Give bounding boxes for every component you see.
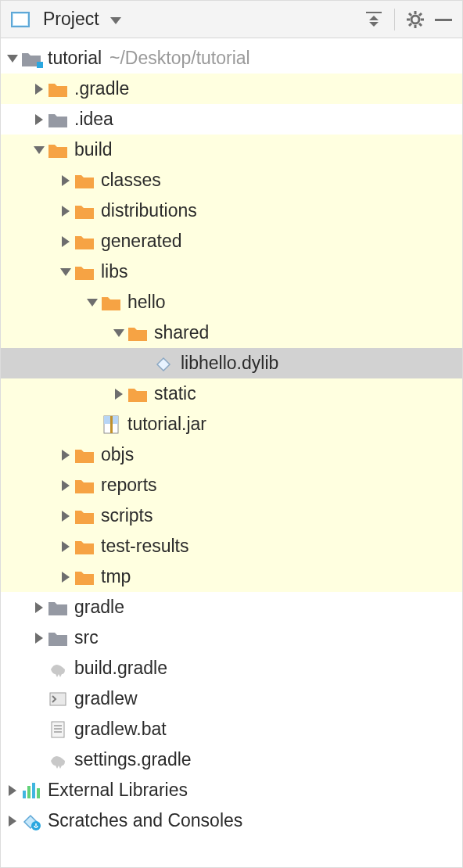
tree-node-static[interactable]: static bbox=[1, 378, 462, 409]
collapse-all-button[interactable] bbox=[363, 9, 385, 30]
view-selector[interactable]: Project bbox=[9, 9, 121, 30]
folder-icon bbox=[73, 446, 96, 464]
gradle-icon bbox=[46, 750, 70, 770]
view-selector-label: Project bbox=[43, 9, 99, 30]
folder-icon bbox=[46, 110, 70, 129]
text-file-icon bbox=[46, 719, 70, 740]
node-label: libs bbox=[101, 261, 128, 282]
node-label: tmp bbox=[101, 566, 131, 587]
node-label: External Libraries bbox=[48, 780, 188, 801]
node-label: build bbox=[74, 139, 113, 160]
tree-node-test-results[interactable]: test-results bbox=[1, 531, 462, 561]
folder-icon bbox=[126, 385, 149, 404]
hide-button[interactable] bbox=[432, 9, 454, 30]
node-label: generated bbox=[101, 231, 182, 252]
expand-icon[interactable] bbox=[59, 175, 73, 186]
tree-node-gradlew[interactable]: gradlew bbox=[1, 683, 462, 714]
expand-icon[interactable] bbox=[32, 602, 46, 613]
tree-node-shared[interactable]: shared bbox=[1, 317, 462, 348]
tree-node-tutorial[interactable]: tutorial ~/Desktop/tutorial bbox=[1, 43, 462, 74]
archive-icon bbox=[99, 414, 123, 435]
binary-icon bbox=[153, 353, 176, 374]
settings-button[interactable] bbox=[404, 9, 426, 30]
node-label: gradle bbox=[74, 597, 124, 618]
expand-icon[interactable] bbox=[5, 55, 20, 63]
node-label: build.gradle bbox=[74, 658, 167, 679]
tree-node-generated[interactable]: generated bbox=[1, 226, 462, 256]
tree-node-scratches[interactable]: Scratches and Consoles bbox=[1, 805, 462, 836]
folder-icon bbox=[99, 293, 123, 312]
expand-icon[interactable] bbox=[85, 299, 99, 307]
node-label: reports bbox=[101, 475, 157, 496]
node-label: .idea bbox=[74, 109, 113, 130]
tree-node-objs[interactable]: objs bbox=[1, 439, 462, 470]
node-label: tutorial.jar bbox=[127, 414, 206, 435]
scratches-icon bbox=[20, 811, 43, 831]
expand-icon[interactable] bbox=[112, 389, 126, 400]
tree-node-libhello-dylib[interactable]: libhello.dylib bbox=[1, 348, 462, 378]
tree-node-hello[interactable]: hello bbox=[1, 287, 462, 317]
expand-icon[interactable] bbox=[59, 480, 73, 491]
libraries-icon bbox=[20, 781, 43, 800]
folder-icon bbox=[73, 171, 96, 190]
node-label: distributions bbox=[101, 200, 197, 221]
tree-node-external-libraries[interactable]: External Libraries bbox=[1, 775, 462, 805]
shell-icon bbox=[46, 689, 70, 709]
expand-icon[interactable] bbox=[59, 236, 73, 247]
tree-node-settings-gradle[interactable]: settings.gradle bbox=[1, 744, 462, 775]
tree-node-distributions[interactable]: distributions bbox=[1, 195, 462, 226]
node-label: gradlew bbox=[74, 688, 138, 709]
tree-node-classes[interactable]: classes bbox=[1, 165, 462, 195]
tree-node-tmp[interactable]: tmp bbox=[1, 561, 462, 592]
expand-icon[interactable] bbox=[59, 572, 73, 583]
folder-icon bbox=[73, 263, 96, 282]
node-label: Scratches and Consoles bbox=[48, 810, 242, 831]
tree-node-dot-gradle[interactable]: .gradle bbox=[1, 74, 462, 104]
tree-node-src[interactable]: src bbox=[1, 622, 462, 653]
expand-icon[interactable] bbox=[32, 146, 46, 154]
node-label: settings.gradle bbox=[74, 749, 192, 770]
expand-icon[interactable] bbox=[32, 84, 46, 95]
node-label: shared bbox=[154, 322, 209, 343]
expand-icon[interactable] bbox=[59, 450, 73, 461]
node-label: scripts bbox=[101, 505, 153, 526]
folder-icon bbox=[46, 80, 70, 99]
tree-node-reports[interactable]: reports bbox=[1, 470, 462, 500]
node-label: gradlew.bat bbox=[74, 719, 167, 740]
folder-icon bbox=[73, 202, 96, 221]
tree-node-gradle[interactable]: gradle bbox=[1, 592, 462, 622]
folder-icon bbox=[73, 476, 96, 495]
toolbar-divider bbox=[394, 9, 395, 30]
folder-icon bbox=[73, 537, 96, 556]
folder-icon bbox=[73, 232, 96, 251]
node-label: classes bbox=[101, 170, 161, 191]
tree-node-build[interactable]: build bbox=[1, 135, 462, 165]
node-location: ~/Desktop/tutorial bbox=[109, 48, 250, 69]
expand-icon[interactable] bbox=[59, 541, 73, 552]
expand-icon[interactable] bbox=[59, 511, 73, 522]
tree-node-idea[interactable]: .idea bbox=[1, 104, 462, 135]
tree-node-gradlew-bat[interactable]: gradlew.bat bbox=[1, 714, 462, 744]
expand-icon[interactable] bbox=[112, 329, 126, 337]
tree-node-scripts[interactable]: scripts bbox=[1, 500, 462, 531]
tree-node-build-gradle[interactable]: build.gradle bbox=[1, 653, 462, 683]
node-label: test-results bbox=[101, 536, 188, 557]
expand-icon[interactable] bbox=[59, 206, 73, 217]
project-toolbar: Project bbox=[1, 1, 462, 38]
tree-node-tutorial-jar[interactable]: tutorial.jar bbox=[1, 409, 462, 439]
expand-icon[interactable] bbox=[59, 268, 73, 276]
node-label: static bbox=[154, 383, 196, 404]
node-label: libhello.dylib bbox=[181, 353, 278, 374]
module-icon bbox=[9, 9, 32, 30]
expand-icon[interactable] bbox=[5, 785, 20, 796]
expand-icon[interactable] bbox=[5, 816, 20, 827]
module-icon bbox=[20, 49, 43, 68]
tree-node-libs[interactable]: libs bbox=[1, 256, 462, 287]
node-label: objs bbox=[101, 444, 134, 465]
folder-icon bbox=[73, 507, 96, 525]
node-label: src bbox=[74, 627, 99, 648]
expand-icon[interactable] bbox=[32, 633, 46, 644]
expand-icon[interactable] bbox=[32, 114, 46, 125]
project-tree[interactable]: tutorial ~/Desktop/tutorial .gradle .ide… bbox=[1, 38, 462, 867]
node-label: hello bbox=[127, 292, 166, 313]
